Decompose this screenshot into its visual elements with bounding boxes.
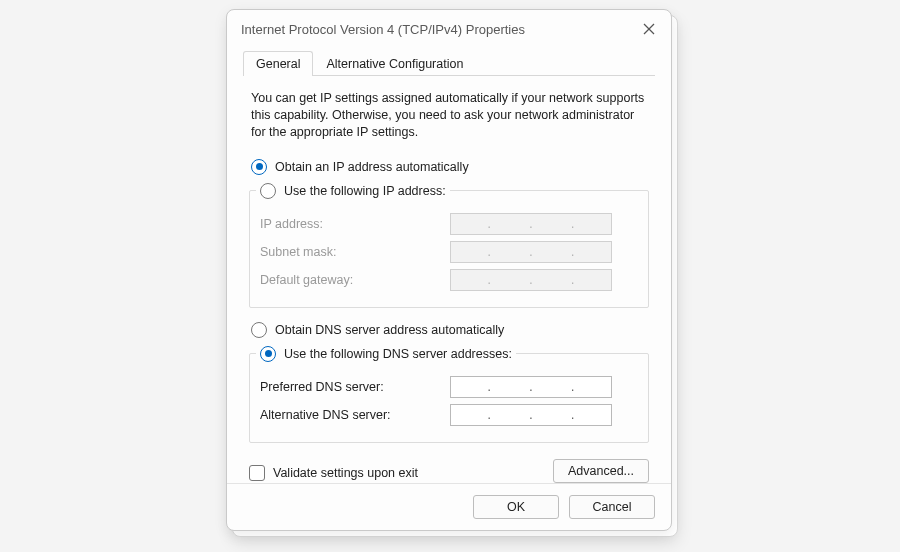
preferred-dns-label: Preferred DNS server:: [260, 380, 450, 394]
radio-icon: [260, 183, 276, 199]
dialog-footer: OK Cancel: [227, 483, 671, 530]
advanced-button[interactable]: Advanced...: [553, 459, 649, 483]
default-gateway-label: Default gateway:: [260, 273, 450, 287]
checkbox-icon: [249, 465, 265, 481]
ip-auto-option[interactable]: Obtain an IP address automatically: [251, 159, 649, 175]
dns-manual-group: Use the following DNS server addresses: …: [249, 346, 649, 443]
subnet-mask-label: Subnet mask:: [260, 245, 450, 259]
ipv4-properties-dialog: Internet Protocol Version 4 (TCP/IPv4) P…: [226, 9, 672, 531]
dns-manual-label: Use the following DNS server addresses:: [284, 347, 512, 361]
bottom-row: Validate settings upon exit Advanced...: [249, 459, 649, 483]
description-text: You can get IP settings assigned automat…: [249, 90, 649, 141]
dns-manual-option[interactable]: Use the following DNS server addresses:: [260, 346, 512, 362]
cancel-button[interactable]: Cancel: [569, 495, 655, 519]
dns-auto-option[interactable]: Obtain DNS server address automatically: [251, 322, 649, 338]
close-icon: [643, 23, 655, 35]
default-gateway-input: . . .: [450, 269, 612, 291]
ip-manual-group: Use the following IP address: IP address…: [249, 183, 649, 308]
alternate-dns-label: Alternative DNS server:: [260, 408, 450, 422]
radio-icon: [260, 346, 276, 362]
titlebar: Internet Protocol Version 4 (TCP/IPv4) P…: [227, 10, 671, 48]
alternate-dns-input[interactable]: . . .: [450, 404, 612, 426]
dns-auto-label: Obtain DNS server address automatically: [275, 323, 504, 337]
ip-manual-label: Use the following IP address:: [284, 184, 446, 198]
close-button[interactable]: [641, 21, 657, 37]
preferred-dns-input[interactable]: . . .: [450, 376, 612, 398]
window-title: Internet Protocol Version 4 (TCP/IPv4) P…: [241, 22, 641, 37]
tab-strip: General Alternative Configuration: [243, 48, 655, 76]
tab-panel-general: You can get IP settings assigned automat…: [243, 76, 655, 483]
ip-auto-label: Obtain an IP address automatically: [275, 160, 469, 174]
ip-address-label: IP address:: [260, 217, 450, 231]
dialog-content: General Alternative Configuration You ca…: [227, 48, 671, 483]
ip-manual-option[interactable]: Use the following IP address:: [260, 183, 446, 199]
validate-settings-option[interactable]: Validate settings upon exit: [249, 465, 418, 481]
radio-icon: [251, 159, 267, 175]
radio-icon: [251, 322, 267, 338]
validate-label: Validate settings upon exit: [273, 466, 418, 480]
subnet-mask-input: . . .: [450, 241, 612, 263]
tab-alternate-configuration[interactable]: Alternative Configuration: [313, 51, 476, 76]
ip-address-input: . . .: [450, 213, 612, 235]
tab-general[interactable]: General: [243, 51, 313, 76]
ok-button[interactable]: OK: [473, 495, 559, 519]
